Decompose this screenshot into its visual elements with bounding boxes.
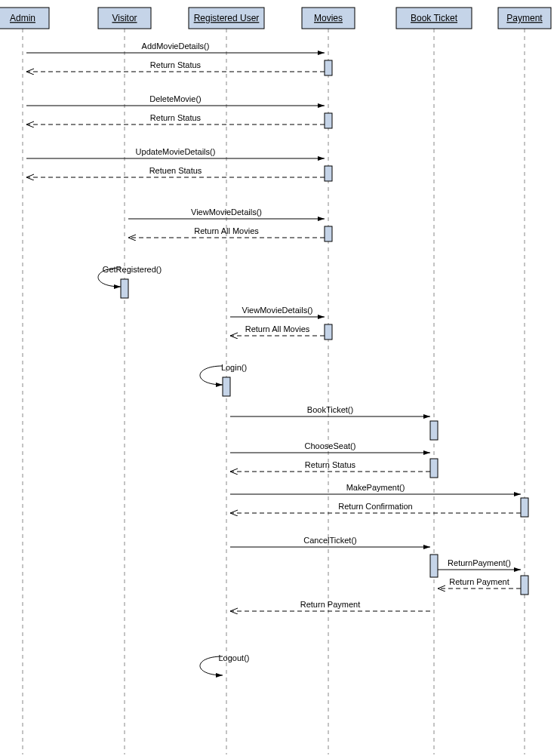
actor-visitor: Visitor: [98, 8, 151, 29]
message-label: Logout(): [219, 653, 250, 662]
message: BookTicket(): [230, 405, 430, 416]
message-label: ReturnPayment(): [448, 558, 511, 567]
message: Return Status: [26, 113, 325, 124]
actor-reguser: Registered User: [189, 8, 264, 29]
message: GetRegistered(): [98, 265, 162, 287]
message-label: Login(): [221, 363, 247, 372]
activation: [325, 60, 332, 75]
actor-label: Movies: [314, 13, 343, 23]
message-label: ViewMovieDetails(): [191, 207, 262, 217]
message-label: CancelTicket(): [303, 536, 357, 545]
message-label: Return All Movies: [245, 324, 310, 333]
actor-book: Book Ticket: [396, 8, 472, 29]
actor-label: Payment: [506, 13, 543, 23]
message-label: Return Payment: [300, 600, 360, 609]
message: ViewMovieDetails(): [230, 306, 325, 317]
message-label: ViewMovieDetails(): [242, 306, 313, 315]
message: Return All Movies: [230, 324, 325, 336]
activation: [430, 459, 438, 478]
message-label: BookTicket(): [307, 405, 353, 414]
activation: [223, 377, 230, 396]
message-label: Return Payment: [449, 577, 509, 586]
message: ViewMovieDetails(): [128, 207, 325, 219]
activation: [121, 279, 128, 298]
actor-label: Admin: [10, 13, 35, 23]
message: ChooseSeat(): [230, 441, 430, 453]
message-label: MakePayment(): [346, 483, 405, 492]
activation: [325, 113, 332, 128]
message-label: Retuen Status: [149, 166, 202, 175]
actor-label: Book Ticket: [411, 13, 458, 23]
message: DeleteMovie(): [26, 94, 325, 106]
message-label: DeleteMovie(): [149, 94, 201, 103]
message: Return Confirmation: [230, 502, 521, 513]
message-label: Return Status: [150, 113, 202, 122]
activation: [430, 421, 438, 440]
message: UpdateMovieDetails(): [26, 147, 325, 158]
actor-movies: Movies: [302, 8, 355, 29]
message: Return Payment: [230, 600, 430, 611]
message-label: GetRegistered(): [103, 265, 162, 274]
activation: [430, 555, 438, 577]
activation: [325, 166, 332, 181]
message-label: ChooseSeat(): [305, 441, 356, 450]
sequence-diagram: AddMovieDetails()Return StatusDeleteMovi…: [0, 0, 557, 756]
actor-admin: Admin: [0, 8, 49, 29]
message: Retuen Status: [26, 166, 325, 177]
activation: [521, 576, 528, 595]
activation: [521, 498, 528, 517]
message-label: Return Status: [150, 60, 202, 69]
message: Logout(): [200, 653, 249, 675]
message-label: Return Status: [305, 460, 356, 469]
message: Return Status: [26, 60, 325, 72]
activation: [325, 226, 332, 241]
message: MakePayment(): [230, 483, 521, 494]
message: AddMovieDetails(): [26, 41, 325, 53]
actor-label: Visitor: [112, 13, 137, 23]
message: ReturnPayment(): [438, 558, 521, 570]
message-label: AddMovieDetails(): [142, 41, 210, 51]
message: Return Payment: [438, 577, 521, 589]
message-label: Return Confirmation: [338, 502, 412, 511]
message: Return Status: [230, 460, 430, 472]
activation: [325, 324, 332, 340]
message-label: UpdateMovieDetails(): [136, 147, 216, 156]
message: CancelTicket(): [230, 536, 430, 547]
message-label: Return All Movies: [194, 226, 259, 235]
actor-payment: Payment: [498, 8, 551, 29]
actor-label: Registered User: [194, 13, 260, 23]
